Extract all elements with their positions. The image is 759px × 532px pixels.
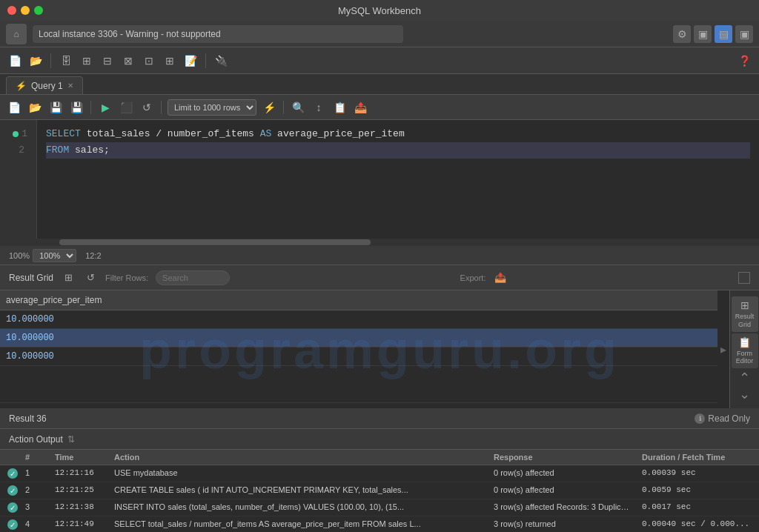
scroll-down-icon[interactable]: ⌄ (739, 386, 750, 402)
table-row[interactable]: 10.000000 (0, 310, 717, 329)
refresh-icon[interactable]: ↺ (139, 99, 155, 116)
row-response-3: 3 row(s) affected Records: 3 Duplicates:… (489, 499, 637, 516)
qt-sep-3 (283, 101, 284, 114)
active-layout-btn[interactable]: ▤ (715, 25, 732, 43)
save-as-icon[interactable]: 💾 (68, 99, 84, 116)
table3-icon[interactable]: ⊠ (119, 52, 137, 70)
toolbar-sep-2 (205, 53, 206, 68)
table5-icon[interactable]: ⊞ (161, 52, 179, 70)
open-icon[interactable]: 📂 (27, 52, 44, 70)
limit-select[interactable]: Limit to 1000 rows (168, 99, 256, 116)
export-icon[interactable]: 📤 (493, 270, 508, 285)
table-icon[interactable]: ⊞ (78, 52, 96, 70)
line-2-num: 2 (0, 142, 30, 159)
row-status-2: ✓ (3, 482, 21, 499)
db-icon[interactable]: 🗄 (57, 52, 75, 70)
col-duration: Duration / Fetch Time (637, 450, 756, 465)
result-grid-sidebar-icon: ⊞ (740, 299, 749, 311)
code-line-1: SELECT total_sales / number_of_items AS … (46, 126, 750, 142)
new-file-icon[interactable]: 📄 (6, 52, 24, 70)
table-row[interactable]: 10.000000 (0, 329, 717, 348)
col-num: # (21, 450, 50, 465)
form-editor-sidebar-label: FormEditor (736, 350, 754, 366)
help-icon[interactable]: ❓ (735, 52, 753, 70)
settings-icon-btn[interactable]: ⚙ (673, 25, 691, 43)
scroll-thumb[interactable] (59, 239, 371, 245)
explain-icon[interactable]: 📋 (331, 99, 348, 116)
run-icon[interactable]: ▶ (97, 99, 113, 116)
table-column-header: average_price_per_item (0, 290, 717, 310)
line-1-num: 1 (0, 126, 30, 142)
grid-view-icon[interactable]: ⊞ (61, 270, 76, 285)
col-response: Response (489, 450, 637, 465)
action-output-table-header: # Time Action Response Duration / Fetch … (0, 450, 759, 465)
maximize-button[interactable] (34, 6, 43, 15)
tab-close-icon[interactable]: ✕ (67, 82, 73, 90)
keyword-select: SELECT (46, 128, 81, 139)
row-time-4: 12:21:49 (50, 516, 110, 532)
main-toolbar: 📄 📂 🗄 ⊞ ⊟ ⊠ ⊡ ⊞ 📝 🔌 ❓ (0, 47, 759, 74)
row-time-1: 12:21:16 (50, 465, 110, 482)
open-query-icon[interactable]: 📂 (27, 99, 43, 116)
status-ok-icon: ✓ (7, 502, 18, 513)
editor-status-bar: 100% 100% 12:2 (0, 246, 759, 265)
zoom-control: 100% 100% (9, 249, 76, 262)
row-duration-3: 0.0017 sec (637, 499, 756, 516)
home-button[interactable]: ⌂ (6, 24, 27, 44)
tab-bar: ⚡ Query 1 ✕ (0, 74, 759, 95)
row-duration-2: 0.0059 sec (637, 482, 756, 499)
table2-icon[interactable]: ⊟ (99, 52, 116, 70)
action-row[interactable]: ✓ 4 12:21:49 SELECT total_sales / number… (0, 516, 759, 532)
main-result-area: Result Grid ⊞ ↺ Filter Rows: Export: 📤 p… (0, 265, 759, 429)
col-time: Time (50, 450, 110, 465)
col-action: Action (110, 450, 489, 465)
save-query-icon[interactable]: 💾 (47, 99, 64, 116)
sidebar-expand-icon[interactable]: ▸ (717, 342, 729, 356)
action-row[interactable]: ✓ 3 12:21:38 INSERT INTO sales (total_sa… (0, 499, 759, 516)
layout-icon-btn[interactable]: ▣ (694, 25, 712, 43)
sidebar: ⊞ ResultGrid 📋 FormEditor ⌃ ⌄ (729, 290, 759, 408)
export-label: Export: (460, 273, 486, 282)
close-button[interactable] (7, 6, 16, 15)
new-query-icon[interactable]: 📄 (6, 99, 22, 116)
action-row[interactable]: ✓ 1 12:21:16 USE mydatabase 0 row(s) aff… (0, 465, 759, 482)
home-icon: ⌂ (13, 29, 19, 39)
editor-scrollbar[interactable] (0, 239, 759, 246)
action-row[interactable]: ✓ 2 12:21:25 CREATE TABLE sales ( id INT… (0, 482, 759, 499)
row-num-1: 1 (21, 465, 50, 482)
search-icon[interactable]: 🔍 (290, 99, 306, 116)
action-output-sort-icon: ⇅ (67, 434, 75, 445)
row-status-3: ✓ (3, 499, 21, 516)
bolt-icon[interactable]: ⚡ (261, 99, 277, 116)
search-input[interactable] (156, 270, 230, 285)
alt-layout-btn[interactable]: ▣ (735, 25, 753, 43)
status-ok-icon: ✓ (7, 485, 18, 496)
minimize-button[interactable] (21, 6, 30, 15)
row-action-3: INSERT INTO sales (total_sales, number_o… (110, 499, 489, 516)
connect-icon[interactable]: 🔌 (212, 52, 230, 70)
invert-icon[interactable]: ↕ (311, 99, 327, 116)
tab-icon: ⚡ (16, 81, 27, 91)
read-only-label: Read Only (708, 413, 750, 424)
form-editor-sidebar-btn[interactable]: 📋 FormEditor (732, 333, 758, 369)
zoom-select[interactable]: 100% (33, 249, 76, 262)
history-icon[interactable]: 📤 (352, 99, 368, 116)
table4-icon[interactable]: ⊡ (140, 52, 158, 70)
result-grid-sidebar-btn[interactable]: ⊞ ResultGrid (732, 296, 758, 332)
scroll-up-icon[interactable]: ⌃ (739, 370, 750, 386)
stop-icon[interactable]: ⬛ (118, 99, 134, 116)
sql-icon[interactable]: 📝 (182, 52, 199, 70)
action-output: Action Output ⇅ # Time Action Response D… (0, 429, 759, 532)
result-checkbox[interactable] (738, 272, 750, 284)
table-row[interactable]: 10.000000 (0, 348, 717, 366)
action-output-title: Action Output (9, 434, 63, 445)
refresh-result-icon[interactable]: ↺ (83, 270, 98, 285)
query-tab[interactable]: ⚡ Query 1 ✕ (6, 76, 83, 94)
result-content: programguru.org average_price_per_item 1… (0, 290, 759, 408)
zoom-value: 100% (9, 251, 30, 260)
form-editor-sidebar-icon: 📋 (738, 336, 751, 348)
code-editor[interactable]: SELECT total_sales / number_of_items AS … (37, 120, 759, 239)
qt-sep-2 (161, 101, 162, 114)
row-action-2: CREATE TABLE sales ( id INT AUTO_INCREME… (110, 482, 489, 499)
code-alias: average_price_per_item (277, 128, 405, 139)
